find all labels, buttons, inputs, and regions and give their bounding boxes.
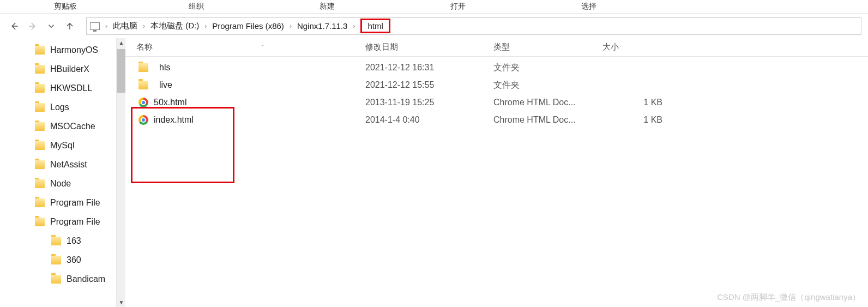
column-headers: 名称 ˇ 修改日期 类型 大小 (125, 38, 868, 57)
column-size[interactable]: 大小 (602, 42, 684, 52)
column-name-label: 名称 (136, 42, 153, 52)
folder-icon (35, 122, 45, 131)
file-name-cell: index.html (125, 115, 365, 125)
sidebar-item[interactable]: HKWSDLL (0, 79, 125, 98)
sidebar-item[interactable]: Program File (0, 212, 125, 231)
sidebar-item-label: Program File (50, 217, 100, 227)
scrollbar-thumb[interactable] (117, 49, 125, 93)
breadcrumb-item-progfiles[interactable]: Program Files (x86) (210, 20, 286, 32)
nav-row: › 此电脑 › 本地磁盘 (D:) › Program Files (x86) … (0, 14, 868, 38)
sidebar-item[interactable]: MySql (0, 136, 125, 155)
folder-icon (35, 179, 45, 188)
folder-icon (35, 65, 45, 74)
ribbon-cat-organize[interactable]: 组织 (131, 1, 262, 13)
file-size-cell: 1 KB (602, 115, 684, 125)
chrome-icon (138, 98, 148, 107)
file-row[interactable]: index.html2014-1-4 0:40Chrome HTML Doc..… (125, 111, 868, 129)
ribbon-cat-open[interactable]: 打开 (393, 1, 523, 13)
ribbon-cat-select[interactable]: 选择 (523, 1, 654, 13)
sidebar-item[interactable]: Node (0, 174, 125, 193)
chevron-right-icon: › (105, 22, 107, 30)
file-modified-cell: 2021-12-12 16:31 (365, 63, 493, 73)
sidebar-scrollbar[interactable]: ▲ ▼ (116, 38, 125, 307)
sidebar-item[interactable]: HarmonyOS (0, 40, 125, 59)
scroll-up-button[interactable]: ▲ (117, 38, 125, 47)
sidebar-item-label: 360 (67, 255, 81, 265)
chevron-right-icon: › (204, 22, 207, 30)
file-row[interactable]: live2021-12-12 15:55文件夹 (125, 76, 868, 94)
sidebar-item[interactable]: 163 (0, 231, 125, 250)
up-button[interactable] (62, 19, 77, 34)
file-name-cell: hls (125, 63, 365, 73)
file-name-label: 50x.html (154, 98, 186, 107)
folder-icon (51, 237, 61, 245)
folder-icon (51, 275, 61, 284)
file-row[interactable]: hls2021-12-12 16:31文件夹 (125, 59, 868, 76)
column-type[interactable]: 类型 (493, 42, 602, 52)
sidebar-item-label: Logs (50, 103, 69, 112)
file-name-label: hls (159, 63, 170, 73)
breadcrumb-item-nginx[interactable]: Nginx1.7.11.3 (295, 20, 350, 32)
sidebar: HarmonyOSHBuilderXHKWSDLLLogsMSOCacheMyS… (0, 38, 125, 307)
folder-icon (35, 103, 45, 112)
sidebar-item-label: NetAssist (50, 160, 87, 170)
sidebar-item-label: Bandicam (67, 274, 105, 284)
arrow-up-icon (65, 21, 75, 31)
sidebar-item-label: HarmonyOS (50, 45, 98, 55)
forward-button[interactable] (25, 19, 40, 34)
breadcrumb-item-html[interactable]: html (360, 19, 390, 33)
chevron-right-icon: › (290, 22, 292, 30)
breadcrumb[interactable]: › 此电脑 › 本地磁盘 (D:) › Program Files (x86) … (86, 17, 861, 35)
chevron-right-icon: › (353, 22, 355, 30)
sidebar-item-label: MySql (50, 141, 74, 151)
sidebar-item-label: Node (50, 179, 71, 189)
recent-dropdown[interactable] (44, 19, 59, 34)
file-name-label: live (159, 80, 172, 90)
sidebar-item-label: 163 (67, 236, 81, 246)
file-name-cell: 50x.html (125, 98, 365, 107)
pc-icon (90, 22, 100, 30)
sidebar-item[interactable]: Bandicam (0, 269, 125, 288)
file-size-cell: 1 KB (602, 98, 684, 107)
back-button[interactable] (7, 19, 22, 34)
sidebar-item-label: HKWSDLL (50, 83, 92, 93)
arrow-right-icon (28, 21, 38, 31)
folder-icon (35, 160, 45, 169)
column-name[interactable]: 名称 ˇ (125, 42, 365, 52)
sidebar-item-label: MSOCache (50, 122, 95, 131)
ribbon-categories: 剪贴板 组织 新建 打开 选择 (0, 0, 868, 14)
watermark: CSDN @两脚羊_微信（qingwatianya） (717, 292, 860, 303)
sidebar-item[interactable]: Program File (0, 193, 125, 212)
folder-icon (51, 256, 61, 264)
file-pane: 名称 ˇ 修改日期 类型 大小 hls2021-12-12 16:31文件夹li… (125, 38, 868, 307)
file-name-label: index.html (154, 115, 194, 125)
file-name-cell: live (125, 80, 365, 90)
sidebar-item[interactable]: Logs (0, 98, 125, 117)
scroll-down-button[interactable]: ▼ (117, 298, 125, 307)
folder-icon (138, 81, 148, 89)
file-type-cell: Chrome HTML Doc... (493, 115, 602, 125)
breadcrumb-item-disk[interactable]: 本地磁盘 (D:) (148, 20, 201, 32)
sort-indicator-icon: ˇ (262, 44, 264, 51)
file-row[interactable]: 50x.html2013-11-19 15:25Chrome HTML Doc.… (125, 94, 868, 111)
sidebar-item-label: Program File (50, 198, 100, 208)
folder-icon (35, 46, 45, 55)
ribbon-cat-new[interactable]: 新建 (262, 1, 393, 13)
chevron-down-icon (46, 21, 56, 31)
breadcrumb-item-pc[interactable]: 此电脑 (111, 20, 140, 32)
ribbon-cat-clipboard[interactable]: 剪贴板 (0, 1, 131, 13)
file-type-cell: 文件夹 (493, 80, 602, 91)
sidebar-item[interactable]: HBuilderX (0, 59, 125, 79)
column-modified[interactable]: 修改日期 (365, 42, 493, 52)
sidebar-item[interactable]: 360 (0, 250, 125, 269)
arrow-left-icon (9, 21, 19, 31)
sidebar-item[interactable]: MSOCache (0, 117, 125, 136)
file-modified-cell: 2014-1-4 0:40 (365, 115, 493, 125)
folder-icon (35, 84, 45, 93)
content-row: HarmonyOSHBuilderXHKWSDLLLogsMSOCacheMyS… (0, 38, 868, 307)
sidebar-item[interactable]: NetAssist (0, 155, 125, 174)
folder-icon (138, 63, 148, 72)
file-type-cell: 文件夹 (493, 62, 602, 74)
chevron-right-icon: › (143, 22, 145, 30)
file-modified-cell: 2013-11-19 15:25 (365, 98, 493, 107)
